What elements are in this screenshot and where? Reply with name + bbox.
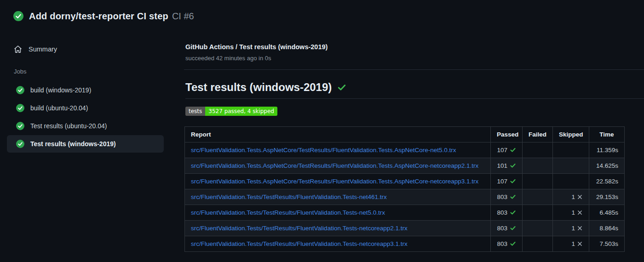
time-cell: 7.503s xyxy=(589,236,625,252)
time-cell: 22.582s xyxy=(589,174,625,189)
workflow-run-title: Add dorny/test-reporter CI step xyxy=(29,11,168,22)
passed-count: 107 xyxy=(497,178,507,185)
report-link[interactable]: src/FluentValidation.Tests/TestResults/F… xyxy=(191,209,385,216)
skipped-count: 1 xyxy=(571,240,575,247)
table-row: src/FluentValidation.Tests.AspNetCore/Te… xyxy=(185,174,625,189)
column-header-failed: Failed xyxy=(523,127,553,142)
passed-count: 803 xyxy=(497,225,507,232)
skipped-count: 1 xyxy=(571,225,575,232)
report-heading-text: Test results (windows-2019) xyxy=(185,81,332,94)
passed-count: 803 xyxy=(497,240,507,247)
sidebar-job-item[interactable]: Test results (windows-2019) xyxy=(7,135,164,153)
passed-check-icon xyxy=(510,225,516,231)
time-cell: 11.359s xyxy=(589,142,625,158)
sidebar-item-summary[interactable]: Summary xyxy=(14,42,184,56)
main-content: GitHub Actions / Test results (windows-2… xyxy=(184,32,644,252)
passed-check-icon xyxy=(510,147,516,153)
table-row: src/FluentValidation.Tests/TestResults/F… xyxy=(185,236,625,252)
job-item-label: Test results (ubuntu-20.04) xyxy=(30,122,107,130)
badge-value: 3527 passed, 4 skipped xyxy=(205,107,277,116)
sidebar-job-item[interactable]: Test results (ubuntu-20.04) xyxy=(7,117,164,135)
check-run-status: succeeded 42 minutes ago in 0s xyxy=(185,55,644,62)
passed-check-icon xyxy=(510,194,516,200)
workflow-run-number: CI #6 xyxy=(172,11,194,22)
section-divider xyxy=(184,69,644,70)
skipped-x-icon xyxy=(577,210,583,216)
column-header-skipped: Skipped xyxy=(553,127,589,142)
sidebar-job-item[interactable]: build (ubuntu-20.04) xyxy=(7,99,164,117)
job-list: build (windows-2019) build (ubuntu-20.04… xyxy=(0,81,184,153)
passed-check-icon xyxy=(510,162,516,169)
tests-badge: tests 3527 passed, 4 skipped xyxy=(185,107,277,116)
job-item-label: build (windows-2019) xyxy=(30,86,91,94)
table-body: src/FluentValidation.Tests.AspNetCore/Te… xyxy=(185,142,625,252)
table-row: src/FluentValidation.Tests/TestResults/F… xyxy=(185,205,625,221)
column-header-report: Report xyxy=(185,127,491,142)
table-row: src/FluentValidation.Tests/TestResults/F… xyxy=(185,189,625,205)
time-cell: 6.485s xyxy=(589,205,625,221)
report-link[interactable]: src/FluentValidation.Tests.AspNetCore/Te… xyxy=(191,178,478,185)
home-icon xyxy=(14,45,22,53)
report-link[interactable]: src/FluentValidation.Tests/TestResults/F… xyxy=(191,225,408,232)
sidebar-job-item[interactable]: build (windows-2019) xyxy=(7,81,164,99)
passed-check-icon xyxy=(510,178,516,184)
table-header-row: Report Passed Failed Skipped Time xyxy=(185,127,625,142)
report-link[interactable]: src/FluentValidation.Tests.AspNetCore/Te… xyxy=(191,162,478,169)
sidebar: Summary Jobs build (windows-2019) build … xyxy=(0,32,184,153)
skipped-count: 1 xyxy=(571,209,575,216)
passed-count: 101 xyxy=(497,162,507,169)
report-link[interactable]: src/FluentValidation.Tests/TestResults/F… xyxy=(191,194,387,200)
skipped-x-icon xyxy=(577,225,583,231)
column-header-time: Time xyxy=(589,127,625,142)
job-success-check-circle-icon xyxy=(16,122,24,130)
jobs-section-label: Jobs xyxy=(14,68,184,75)
time-cell: 8.864s xyxy=(589,221,625,236)
table-row: src/FluentValidation.Tests.AspNetCore/Te… xyxy=(185,142,625,158)
heading-check-icon xyxy=(337,83,346,92)
skipped-x-icon xyxy=(577,194,583,200)
badge-label: tests xyxy=(185,107,205,116)
test-results-table: Report Passed Failed Skipped Time src/Fl… xyxy=(184,126,625,252)
skipped-x-icon xyxy=(577,241,583,247)
table-row: src/FluentValidation.Tests.AspNetCore/Te… xyxy=(185,158,625,174)
job-success-check-circle-icon xyxy=(16,104,24,112)
job-item-label: build (ubuntu-20.04) xyxy=(30,104,88,112)
summary-label: Summary xyxy=(29,46,57,53)
skipped-count: 1 xyxy=(571,194,575,200)
passed-count: 107 xyxy=(497,147,507,154)
job-item-label: Test results (windows-2019) xyxy=(30,140,116,148)
passed-count: 803 xyxy=(497,209,507,216)
time-cell: 14.625s xyxy=(589,158,625,174)
job-success-check-circle-icon xyxy=(16,86,24,94)
job-success-check-circle-icon xyxy=(16,140,24,148)
time-cell: 29.153s xyxy=(589,189,625,205)
passed-check-icon xyxy=(510,240,516,247)
success-check-circle-icon xyxy=(13,11,23,21)
report-heading: Test results (windows-2019) xyxy=(185,81,644,99)
passed-count: 803 xyxy=(497,194,507,200)
report-link[interactable]: src/FluentValidation.Tests/TestResults/F… xyxy=(191,240,408,247)
run-header: Add dorny/test-reporter CI step CI #6 xyxy=(0,0,644,32)
table-row: src/FluentValidation.Tests/TestResults/F… xyxy=(185,221,625,236)
passed-check-icon xyxy=(510,209,516,216)
report-link[interactable]: src/FluentValidation.Tests.AspNetCore/Te… xyxy=(191,147,456,154)
column-header-passed: Passed xyxy=(491,127,523,142)
check-run-title: GitHub Actions / Test results (windows-2… xyxy=(185,43,644,51)
